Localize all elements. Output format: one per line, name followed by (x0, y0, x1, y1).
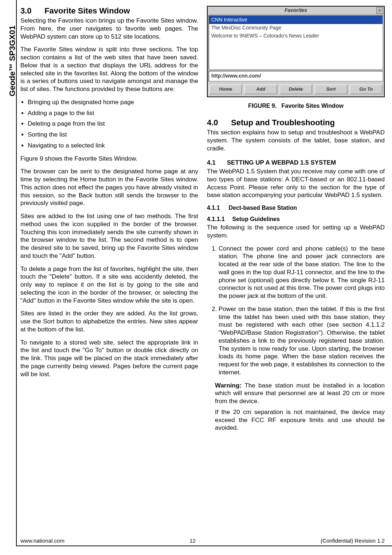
bullet-add: Adding a page to the list (28, 109, 198, 117)
para-3-7: Sites are listed in the order they are a… (20, 310, 198, 333)
sub-4-1-1-num: 4.1.1 (207, 204, 227, 212)
sub-4-1-1-title: Dect-based Base Station (228, 205, 297, 211)
figure-9-caption: FIGURE 9. Favorite Sites Window (207, 102, 385, 110)
bullet-delete: Deleting a page from the list (28, 120, 198, 128)
section-4-number: 4.0 (207, 118, 229, 128)
para-3-5: Sites are added to the list using one of… (20, 212, 198, 260)
section-3-number: 3.0 (20, 6, 42, 16)
sub-4-1-1-1-num: 4.1.1.1 (207, 216, 231, 223)
delete-button[interactable]: Delete (279, 84, 312, 94)
bullet-sort: Sorting the list (28, 131, 198, 139)
sort-button[interactable]: Sort (314, 84, 347, 94)
section-4-title: Setup and Troubleshooting (231, 118, 335, 127)
para-3-3: Figure 9 shows the Favorite Sites Window… (20, 155, 198, 163)
sub-4-1-1-1-title: Setup Guidelines (232, 216, 280, 222)
favorites-titlebar: Favorites × (208, 7, 384, 15)
list-item[interactable]: The MiniDisc Community Page (209, 24, 383, 32)
setup-steps: Connect the power cord and phone cable(s… (207, 245, 385, 377)
para-4-1-body: The WebPAD 1.5 System that you receive m… (207, 168, 385, 199)
home-button[interactable]: Home (209, 84, 242, 94)
list-item[interactable]: Welcome to 9NEWS – Colorado's News Leade… (209, 32, 383, 40)
sub-4-1-title: SETTING UP A WEBPAD 1.5 SYSTEM (227, 159, 336, 166)
para-4-1: This section explains how to setup and t… (207, 129, 385, 152)
para-3-1: Selecting the Favorites icon brings up t… (20, 17, 198, 40)
add-button[interactable]: Add (244, 84, 277, 94)
warning-label: Warning: (215, 382, 242, 389)
list-item[interactable]: CNN Interactive (209, 16, 383, 24)
figure-label: FIGURE 9. (248, 103, 277, 109)
para-3-2: The Favorite Sites window is split into … (20, 46, 198, 93)
subsection-4-1-1-1: 4.1.1.1 Setup Guidelines (207, 216, 385, 223)
step-2: Power on the base station, then the tabl… (219, 305, 385, 377)
subsection-4-1-1: 4.1.1 Dect-based Base Station (207, 204, 385, 212)
step-1: Connect the power cord and phone cable(s… (219, 245, 385, 300)
para-3-8: To navigate to a stored web site, select… (20, 339, 198, 378)
favorites-button-bar: Home Add Delete Sort Go To (208, 82, 384, 97)
right-column: Favorites × CNN Interactive The MiniDisc… (207, 6, 385, 437)
footer-page-number: 12 (189, 537, 196, 544)
favorites-window: Favorites × CNN Interactive The MiniDisc… (207, 6, 385, 97)
warning-paragraph: Warning: The base station must be instal… (215, 382, 385, 405)
close-icon[interactable]: × (376, 7, 383, 14)
sub-4-1-num: 4.1 (207, 159, 225, 167)
page-frame: 3.0 Favorite Sites Window Selecting the … (16, 0, 392, 546)
footer-revision: (Confidential) Revision 1.2 (321, 537, 385, 544)
figure-text: Favorite Sites Window (282, 103, 344, 109)
para-setup-intro: The following is the sequence used for s… (207, 224, 385, 240)
para-3-6: To delete a page from the list of favori… (20, 265, 198, 305)
section-3-heading: 3.0 Favorite Sites Window (20, 6, 198, 16)
goto-button[interactable]: Go To (350, 84, 383, 94)
footer-url: www.national.com (20, 537, 64, 544)
favorites-url-field: http://www.cnn.com/ (208, 71, 383, 82)
bullet-home: Bringing up the designated home page (28, 98, 198, 106)
para-3-4: The browser can be sent to the designate… (20, 168, 198, 207)
warning-sub: If the 20 cm separation is not maintaine… (215, 408, 385, 432)
favorites-list[interactable]: CNN Interactive The MiniDisc Community P… (208, 15, 383, 70)
left-column: 3.0 Favorite Sites Window Selecting the … (20, 6, 198, 437)
favorites-title: Favorites (285, 7, 307, 14)
section-3-title: Favorite Sites Window (44, 6, 130, 15)
subsection-4-1: 4.1 SETTING UP A WEBPAD 1.5 SYSTEM (207, 159, 385, 167)
bullet-navigate: Navigating to a selected link (28, 142, 198, 150)
page-footer: www.national.com 12 (Confidential) Revis… (20, 537, 385, 544)
feature-bullets: Bringing up the designated home page Add… (20, 98, 198, 150)
section-4-heading: 4.0 Setup and Troubleshooting (207, 118, 385, 128)
